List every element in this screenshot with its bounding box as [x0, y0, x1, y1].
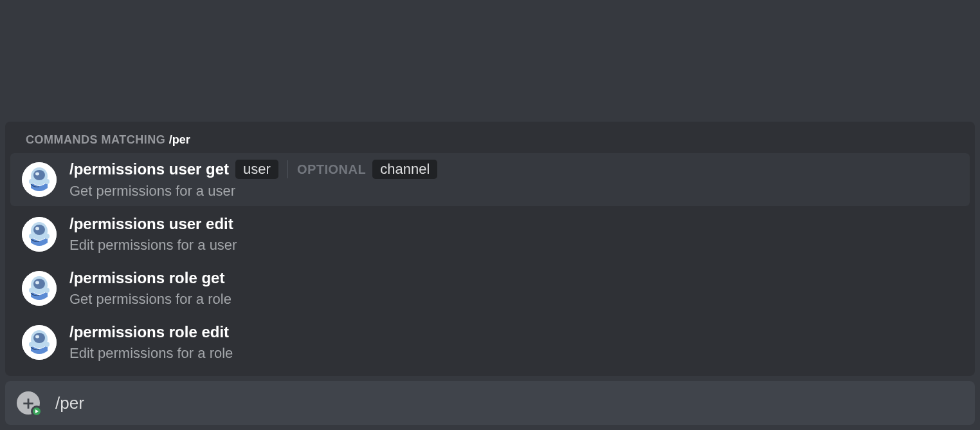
message-input-bar[interactable]: ＋ /per	[5, 381, 975, 425]
command-name: /permissions role get	[69, 269, 224, 287]
svg-point-22	[29, 342, 34, 347]
command-text: /permissions role editEdit permissions f…	[69, 323, 233, 362]
command-item[interactable]: /permissions user editEdit permissions f…	[10, 209, 970, 260]
command-list: /permissions user getuserOPTIONALchannel…	[5, 153, 975, 368]
svg-point-5	[44, 179, 50, 184]
panel-header: COMMANDS MATCHING /per	[5, 127, 975, 153]
svg-point-4	[29, 179, 34, 184]
svg-point-17	[44, 288, 50, 293]
command-description: Edit permissions for a user	[69, 237, 237, 254]
svg-point-15	[35, 281, 39, 285]
apps-badge-icon	[31, 406, 42, 417]
svg-point-8	[33, 225, 45, 235]
svg-point-10	[29, 234, 34, 239]
command-description: Get permissions for a user	[69, 183, 437, 200]
command-title-row: /permissions role edit	[69, 323, 233, 341]
bot-avatar-icon	[22, 325, 57, 360]
command-title-row: /permissions role get	[69, 269, 231, 287]
divider	[287, 160, 288, 178]
bot-avatar-icon	[22, 217, 57, 252]
svg-point-21	[35, 335, 39, 339]
command-name: /permissions user edit	[69, 215, 233, 233]
svg-point-2	[33, 170, 45, 180]
svg-point-11	[44, 234, 50, 239]
svg-point-16	[29, 288, 34, 293]
command-item[interactable]: /permissions role editEdit permissions f…	[10, 317, 970, 368]
optional-label: OPTIONAL	[297, 162, 366, 177]
command-item[interactable]: /permissions user getuserOPTIONALchannel…	[10, 153, 970, 206]
command-description: Get permissions for a role	[69, 291, 231, 308]
svg-point-9	[35, 227, 39, 230]
command-title-row: /permissions user edit	[69, 215, 237, 233]
command-param: user	[235, 160, 278, 179]
svg-point-3	[35, 173, 39, 176]
svg-point-23	[44, 342, 50, 347]
panel-header-query: /per	[169, 133, 190, 146]
command-autocomplete-panel: COMMANDS MATCHING /per /permissions user…	[5, 122, 975, 376]
command-text: /permissions user getuserOPTIONALchannel…	[69, 160, 437, 200]
command-description: Edit permissions for a role	[69, 345, 233, 362]
command-name: /permissions user get	[69, 160, 229, 178]
bot-avatar-icon	[22, 162, 57, 197]
command-optional-param: channel	[372, 160, 437, 179]
attach-button[interactable]: ＋	[17, 391, 40, 415]
command-text: /permissions user editEdit permissions f…	[69, 215, 237, 254]
svg-point-14	[33, 279, 45, 289]
command-title-row: /permissions user getuserOPTIONALchannel	[69, 160, 437, 179]
message-input[interactable]: /per	[55, 393, 84, 413]
app-root: COMMANDS MATCHING /per /permissions user…	[0, 0, 980, 430]
command-text: /permissions role getGet permissions for…	[69, 269, 231, 308]
panel-header-label: COMMANDS MATCHING	[26, 133, 169, 146]
command-item[interactable]: /permissions role getGet permissions for…	[10, 263, 970, 314]
bot-avatar-icon	[22, 271, 57, 306]
command-name: /permissions role edit	[69, 323, 229, 341]
svg-point-20	[33, 333, 45, 343]
